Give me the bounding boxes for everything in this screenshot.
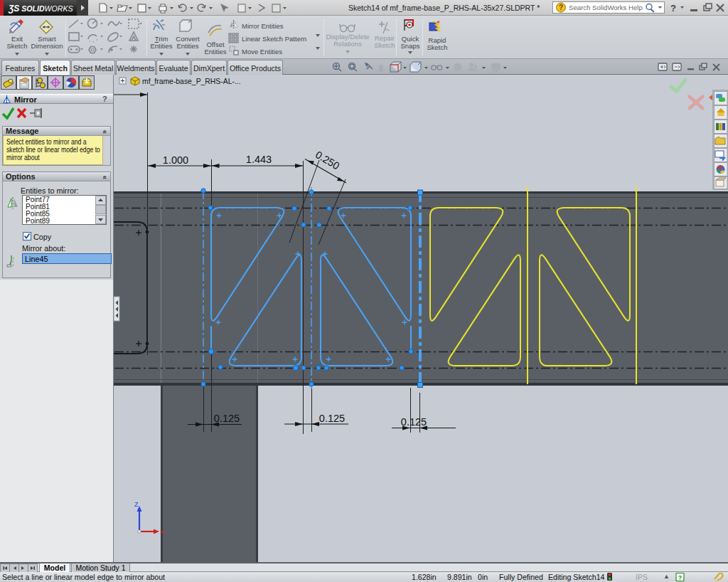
svg-text:Search SolidWorks Help: Search SolidWorks Help (569, 4, 643, 11)
svg-text:?: ? (670, 3, 676, 14)
svg-text:X: X (160, 529, 164, 536)
svg-text:Z: Z (134, 501, 139, 508)
svg-text:0.125: 0.125 (401, 416, 427, 428)
svg-text:0.125: 0.125 (214, 413, 240, 424)
svg-text:1.443: 1.443 (246, 154, 272, 165)
svg-text:mf_frame-base_P_RHS-AL-...: mf_frame-base_P_RHS-AL-... (142, 78, 241, 85)
svg-text:1.000: 1.000 (163, 154, 188, 166)
svg-text:0.125: 0.125 (319, 413, 345, 424)
svg-text:?: ? (678, 574, 682, 581)
svg-text:?: ? (559, 4, 563, 11)
